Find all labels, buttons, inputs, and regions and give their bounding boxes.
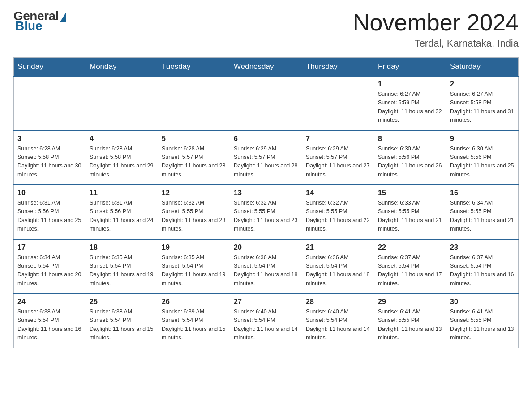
calendar-cell: 1Sunrise: 6:27 AMSunset: 5:59 PMDaylight… — [374, 76, 446, 131]
day-info: Sunrise: 6:37 AMSunset: 5:54 PMDaylight:… — [450, 253, 515, 288]
calendar-week-row: 10Sunrise: 6:31 AMSunset: 5:56 PMDayligh… — [14, 185, 519, 240]
day-info: Sunrise: 6:28 AMSunset: 5:58 PMDaylight:… — [17, 145, 82, 180]
calendar-cell: 16Sunrise: 6:34 AMSunset: 5:55 PMDayligh… — [446, 185, 519, 240]
day-info: Sunrise: 6:29 AMSunset: 5:57 PMDaylight:… — [306, 145, 370, 180]
day-info: Sunrise: 6:29 AMSunset: 5:57 PMDaylight:… — [234, 145, 298, 180]
day-number: 23 — [450, 244, 515, 252]
day-info: Sunrise: 6:28 AMSunset: 5:58 PMDaylight:… — [90, 145, 154, 180]
calendar-week-row: 1Sunrise: 6:27 AMSunset: 5:59 PMDaylight… — [14, 76, 519, 131]
day-number: 6 — [234, 135, 298, 143]
day-number: 17 — [17, 244, 82, 252]
day-info: Sunrise: 6:30 AMSunset: 5:56 PMDaylight:… — [450, 145, 515, 180]
day-number: 22 — [378, 244, 442, 252]
calendar-cell: 28Sunrise: 6:40 AMSunset: 5:54 PMDayligh… — [302, 294, 374, 348]
day-number: 12 — [162, 189, 226, 197]
logo-arrow-icon — [60, 12, 66, 22]
day-number: 5 — [162, 135, 226, 143]
calendar-cell: 17Sunrise: 6:34 AMSunset: 5:54 PMDayligh… — [14, 240, 86, 294]
weekday-header: Wednesday — [230, 58, 302, 77]
calendar-week-row: 17Sunrise: 6:34 AMSunset: 5:54 PMDayligh… — [14, 240, 519, 294]
day-number: 8 — [378, 135, 442, 143]
calendar-cell: 30Sunrise: 6:41 AMSunset: 5:55 PMDayligh… — [446, 294, 519, 348]
day-number: 14 — [306, 189, 370, 197]
day-number: 19 — [162, 244, 226, 252]
day-number: 9 — [450, 135, 515, 143]
calendar-week-row: 24Sunrise: 6:38 AMSunset: 5:54 PMDayligh… — [14, 294, 519, 348]
day-number: 15 — [378, 189, 442, 197]
day-number: 7 — [306, 135, 370, 143]
calendar-cell — [302, 76, 374, 131]
calendar-cell: 15Sunrise: 6:33 AMSunset: 5:55 PMDayligh… — [374, 185, 446, 240]
calendar-cell — [158, 76, 230, 131]
day-info: Sunrise: 6:40 AMSunset: 5:54 PMDaylight:… — [234, 308, 298, 342]
month-title: November 2024 — [353, 9, 519, 36]
day-info: Sunrise: 6:28 AMSunset: 5:57 PMDaylight:… — [162, 145, 226, 180]
calendar-cell: 19Sunrise: 6:35 AMSunset: 5:54 PMDayligh… — [158, 240, 230, 294]
calendar-cell: 23Sunrise: 6:37 AMSunset: 5:54 PMDayligh… — [446, 240, 519, 294]
day-info: Sunrise: 6:31 AMSunset: 5:56 PMDaylight:… — [90, 199, 154, 234]
calendar-cell — [14, 76, 86, 131]
day-number: 27 — [234, 298, 298, 306]
day-info: Sunrise: 6:37 AMSunset: 5:54 PMDaylight:… — [378, 253, 442, 288]
calendar-cell: 3Sunrise: 6:28 AMSunset: 5:58 PMDaylight… — [14, 131, 86, 185]
day-number: 25 — [90, 298, 154, 306]
calendar-cell: 2Sunrise: 6:27 AMSunset: 5:58 PMDaylight… — [446, 76, 519, 131]
calendar-cell: 5Sunrise: 6:28 AMSunset: 5:57 PMDaylight… — [158, 131, 230, 185]
calendar-cell — [230, 76, 302, 131]
weekday-header-row: SundayMondayTuesdayWednesdayThursdayFrid… — [14, 58, 519, 77]
day-info: Sunrise: 6:41 AMSunset: 5:55 PMDaylight:… — [450, 308, 515, 342]
day-info: Sunrise: 6:32 AMSunset: 5:55 PMDaylight:… — [234, 199, 298, 234]
day-number: 11 — [90, 189, 154, 197]
weekday-header: Friday — [374, 58, 446, 77]
day-number: 30 — [450, 298, 515, 306]
day-info: Sunrise: 6:40 AMSunset: 5:54 PMDaylight:… — [306, 308, 370, 342]
calendar-cell: 4Sunrise: 6:28 AMSunset: 5:58 PMDaylight… — [86, 131, 158, 185]
day-number: 24 — [17, 298, 82, 306]
day-info: Sunrise: 6:33 AMSunset: 5:55 PMDaylight:… — [378, 199, 442, 234]
calendar-cell: 7Sunrise: 6:29 AMSunset: 5:57 PMDaylight… — [302, 131, 374, 185]
day-number: 29 — [378, 298, 442, 306]
day-info: Sunrise: 6:36 AMSunset: 5:54 PMDaylight:… — [234, 253, 298, 288]
day-info: Sunrise: 6:35 AMSunset: 5:54 PMDaylight:… — [162, 253, 226, 288]
calendar-cell: 24Sunrise: 6:38 AMSunset: 5:54 PMDayligh… — [14, 294, 86, 348]
location-text: Terdal, Karnataka, India — [353, 38, 519, 49]
title-section: November 2024 Terdal, Karnataka, India — [353, 9, 519, 49]
calendar-cell: 27Sunrise: 6:40 AMSunset: 5:54 PMDayligh… — [230, 294, 302, 348]
calendar-cell: 11Sunrise: 6:31 AMSunset: 5:56 PMDayligh… — [86, 185, 158, 240]
calendar-cell: 18Sunrise: 6:35 AMSunset: 5:54 PMDayligh… — [86, 240, 158, 294]
weekday-header: Thursday — [302, 58, 374, 77]
weekday-header: Monday — [86, 58, 158, 77]
day-number: 10 — [17, 189, 82, 197]
day-info: Sunrise: 6:32 AMSunset: 5:55 PMDaylight:… — [306, 199, 370, 234]
calendar-cell: 12Sunrise: 6:32 AMSunset: 5:55 PMDayligh… — [158, 185, 230, 240]
weekday-header: Tuesday — [158, 58, 230, 77]
day-number: 1 — [378, 80, 442, 88]
page-header: General Blue November 2024 Terdal, Karna… — [13, 9, 519, 49]
day-info: Sunrise: 6:39 AMSunset: 5:54 PMDaylight:… — [162, 308, 226, 342]
day-info: Sunrise: 6:27 AMSunset: 5:58 PMDaylight:… — [450, 90, 515, 125]
calendar-cell: 6Sunrise: 6:29 AMSunset: 5:57 PMDaylight… — [230, 131, 302, 185]
calendar-week-row: 3Sunrise: 6:28 AMSunset: 5:58 PMDaylight… — [14, 131, 519, 185]
day-number: 13 — [234, 189, 298, 197]
weekday-header: Sunday — [14, 58, 86, 77]
calendar-cell: 9Sunrise: 6:30 AMSunset: 5:56 PMDaylight… — [446, 131, 519, 185]
day-info: Sunrise: 6:38 AMSunset: 5:54 PMDaylight:… — [90, 308, 154, 342]
day-number: 20 — [234, 244, 298, 252]
calendar-cell: 10Sunrise: 6:31 AMSunset: 5:56 PMDayligh… — [14, 185, 86, 240]
day-number: 2 — [450, 80, 515, 88]
calendar-cell: 25Sunrise: 6:38 AMSunset: 5:54 PMDayligh… — [86, 294, 158, 348]
logo: General Blue — [13, 9, 66, 33]
day-number: 16 — [450, 189, 515, 197]
day-info: Sunrise: 6:35 AMSunset: 5:54 PMDaylight:… — [90, 253, 154, 288]
logo-blue-text: Blue — [15, 19, 43, 33]
calendar-table: SundayMondayTuesdayWednesdayThursdayFrid… — [13, 57, 519, 348]
calendar-cell: 26Sunrise: 6:39 AMSunset: 5:54 PMDayligh… — [158, 294, 230, 348]
day-info: Sunrise: 6:34 AMSunset: 5:55 PMDaylight:… — [450, 199, 515, 234]
weekday-header: Saturday — [446, 58, 519, 77]
day-info: Sunrise: 6:36 AMSunset: 5:54 PMDaylight:… — [306, 253, 370, 288]
calendar-cell: 20Sunrise: 6:36 AMSunset: 5:54 PMDayligh… — [230, 240, 302, 294]
day-number: 3 — [17, 135, 82, 143]
calendar-cell: 14Sunrise: 6:32 AMSunset: 5:55 PMDayligh… — [302, 185, 374, 240]
calendar-cell: 8Sunrise: 6:30 AMSunset: 5:56 PMDaylight… — [374, 131, 446, 185]
day-info: Sunrise: 6:38 AMSunset: 5:54 PMDaylight:… — [17, 308, 82, 342]
